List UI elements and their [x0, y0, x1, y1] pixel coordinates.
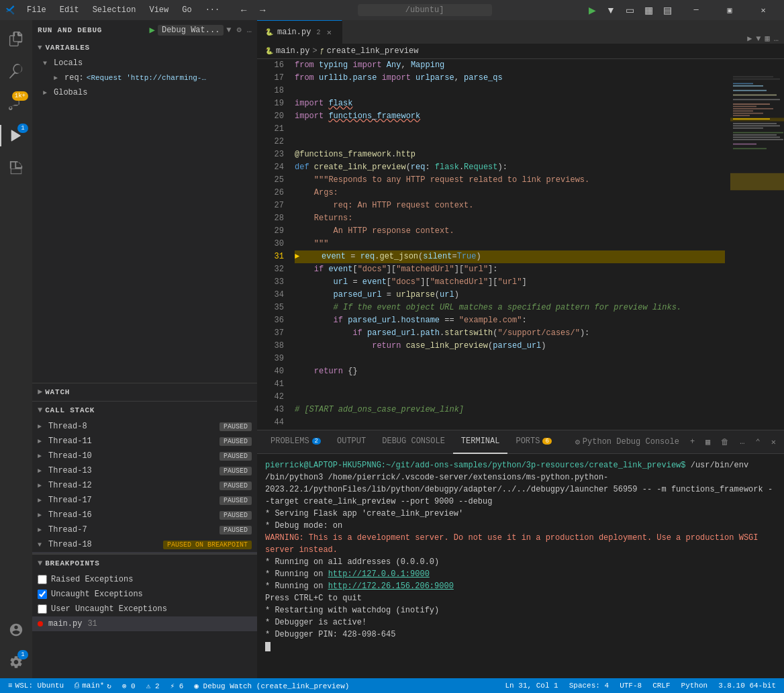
- run-options[interactable]: ▼: [603, 3, 619, 17]
- tab-main-py[interactable]: 🐍 main.py 2 ✕: [257, 20, 342, 44]
- callstack-frame[interactable]: create_link_preview main.py: [32, 552, 257, 553]
- debug-play-icon[interactable]: ▶: [584, 3, 600, 17]
- debug-config-name[interactable]: Debug Wat...: [158, 25, 224, 36]
- thread-13[interactable]: ► Thread-13 PAUSED: [32, 463, 257, 478]
- menu-edit[interactable]: Edit: [54, 4, 85, 16]
- debug-start-button[interactable]: ▶: [150, 24, 155, 36]
- status-wsl[interactable]: ≡ WSL: Ubuntu: [5, 678, 66, 693]
- thread-12[interactable]: ► Thread-12 PAUSED: [32, 478, 257, 493]
- debug-gear-button[interactable]: ⚙: [237, 25, 242, 35]
- minimize-button[interactable]: —: [681, 0, 712, 20]
- add-terminal-button[interactable]: +: [687, 436, 697, 448]
- activity-search[interactable]: [0, 55, 32, 87]
- activity-run-debug[interactable]: 1: [0, 120, 32, 152]
- code-line-39: [295, 353, 725, 365]
- status-debug-watch[interactable]: ◉ Debug Watch (create_link_preview): [191, 678, 352, 693]
- tab-output[interactable]: OUTPUT: [329, 430, 374, 454]
- close-button[interactable]: ✕: [748, 0, 779, 20]
- thread-7[interactable]: ► Thread-7 PAUSED: [32, 522, 257, 537]
- tab-terminal[interactable]: TERMINAL: [453, 430, 508, 454]
- trash-icon: 🗑: [721, 437, 729, 447]
- thread-8[interactable]: ► Thread-8 PAUSED: [32, 419, 257, 434]
- status-language[interactable]: Python: [679, 678, 711, 693]
- errors-label: ⊗ 0: [122, 682, 136, 690]
- debug-more-button[interactable]: …: [247, 26, 252, 35]
- terminal-local-url[interactable]: http://127.0.0.1:9000: [328, 569, 430, 579]
- version-label: 3.8.10 64-bit: [718, 682, 776, 690]
- title-search[interactable]: /ubuntu]: [358, 4, 492, 16]
- layout-grid[interactable]: ▤: [659, 3, 675, 17]
- thread-18-chevron: ▼: [38, 541, 48, 549]
- code-content[interactable]: from typing import Any, Mapping from url…: [289, 59, 730, 430]
- status-spaces[interactable]: Spaces: 4: [567, 678, 611, 693]
- tab-close-button[interactable]: ✕: [324, 28, 334, 37]
- split-terminal-button[interactable]: ▦: [703, 436, 713, 449]
- code-line-31: ► event = req.get_json(silent=True): [295, 250, 725, 263]
- menu-bar: File Edit Selection View Go ···: [21, 4, 225, 16]
- menu-go[interactable]: Go: [177, 4, 197, 16]
- debug-config-chevron[interactable]: ▼: [226, 26, 231, 35]
- back-button[interactable]: ←: [236, 3, 252, 17]
- editor-more-button[interactable]: …: [774, 34, 779, 44]
- terminal-content[interactable]: pierrick@LAPTOP-HKU5PNNG:~/git/add-ons-s…: [257, 454, 784, 678]
- status-position[interactable]: Ln 31, Col 1: [503, 678, 561, 693]
- code-line-26: Args:: [295, 187, 725, 199]
- editor-run-button[interactable]: ▶: [747, 34, 752, 44]
- plus-icon: +: [690, 437, 695, 447]
- status-encoding[interactable]: UTF-8: [617, 678, 644, 693]
- forward-button[interactable]: →: [254, 3, 271, 17]
- thread-11[interactable]: ► Thread-11 PAUSED: [32, 434, 257, 449]
- status-warnings[interactable]: ⚠ 2: [144, 678, 162, 693]
- line-ending-label: CRLF: [652, 682, 670, 690]
- python-debug-console-btn[interactable]: ⚙ Python Debug Console: [573, 436, 682, 449]
- menu-view[interactable]: View: [144, 4, 174, 16]
- menu-selection[interactable]: Selection: [87, 4, 142, 16]
- kill-terminal-button[interactable]: 🗑: [718, 436, 732, 449]
- status-line-ending[interactable]: CRLF: [650, 678, 673, 693]
- status-version[interactable]: 3.8.10 64-bit: [716, 678, 779, 693]
- thread-17[interactable]: ► Thread-17 PAUSED: [32, 493, 257, 508]
- activity-extensions[interactable]: [0, 152, 32, 184]
- thread-10-status: PAUSED: [219, 452, 252, 461]
- tab-ports[interactable]: PORTS 6: [507, 430, 559, 454]
- terminal-more-button[interactable]: …: [737, 436, 747, 448]
- bp-raised-exceptions[interactable]: Raised Exceptions: [32, 572, 257, 587]
- terminal-network-url[interactable]: http://172.26.156.206:9000: [328, 582, 454, 591]
- panel-close-button[interactable]: ✕: [769, 436, 779, 449]
- status-branch[interactable]: ⎙ main* ↻: [72, 678, 114, 693]
- globals-item[interactable]: ► Globals: [32, 85, 257, 100]
- locals-item[interactable]: ▼ Locals: [32, 56, 257, 71]
- thread-10[interactable]: ► Thread-10 PAUSED: [32, 449, 257, 463]
- tab-problems[interactable]: PROBLEMS 2: [262, 430, 329, 454]
- layout-single[interactable]: ▭: [622, 3, 638, 17]
- bp-main-py[interactable]: main.py 31: [32, 616, 257, 631]
- terminal-line-ctrl-c: Press CTRL+C to quit: [265, 592, 776, 604]
- menu-file[interactable]: File: [21, 4, 52, 16]
- code-editor[interactable]: 1617181920 2122232425 2627282930 31 3233…: [257, 59, 730, 430]
- bp-uncaught-exceptions[interactable]: Uncaught Exceptions: [32, 587, 257, 602]
- maximize-button[interactable]: ▣: [714, 0, 745, 20]
- editor-run-chevron[interactable]: ▼: [756, 34, 761, 44]
- breadcrumb-file[interactable]: 🐍 main.py: [265, 46, 309, 56]
- bp-user-uncaught[interactable]: User Uncaught Exceptions: [32, 602, 257, 616]
- menu-more[interactable]: ···: [200, 4, 226, 16]
- bp-uncaught-checkbox[interactable]: [38, 590, 47, 599]
- bp-user-uncaught-checkbox[interactable]: [38, 604, 47, 614]
- layout-split[interactable]: ▦: [640, 3, 656, 17]
- activity-accounts[interactable]: [0, 614, 32, 646]
- status-debug-sessions[interactable]: ⚡ 6: [168, 678, 187, 693]
- activity-settings[interactable]: 1: [0, 646, 32, 678]
- req-variable[interactable]: ► req: <Request 'http://charming-tro...: [32, 71, 257, 85]
- bp-raised-checkbox[interactable]: [38, 575, 47, 584]
- thread-16[interactable]: ► Thread-16 PAUSED: [32, 508, 257, 522]
- tab-debug-console[interactable]: DEBUG CONSOLE: [374, 430, 453, 454]
- activity-source-control[interactable]: 1k+: [0, 87, 32, 120]
- panel-maximize-button[interactable]: ⌃: [753, 436, 763, 449]
- activity-explorer[interactable]: [0, 23, 32, 55]
- panel-actions: ⚙ Python Debug Console + ▦ 🗑 …: [573, 436, 779, 449]
- breadcrumb-function[interactable]: ƒ create_link_preview: [320, 46, 419, 56]
- svg-rect-1: [730, 173, 784, 190]
- status-errors[interactable]: ⊗ 0: [119, 678, 138, 693]
- editor-split-button[interactable]: ▦: [765, 34, 770, 44]
- thread-18[interactable]: ▼ Thread-18 PAUSED ON BREAKPOINT: [32, 537, 257, 552]
